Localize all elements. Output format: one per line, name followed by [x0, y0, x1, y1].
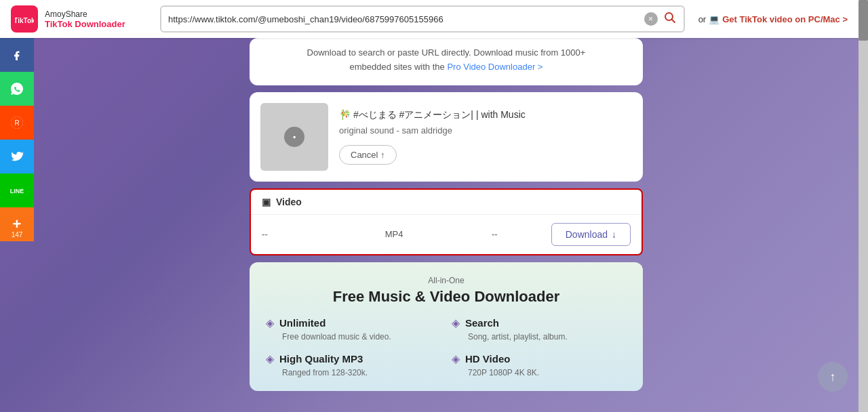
download-col-1: --	[262, 229, 350, 239]
feature-hd-video-desc: 720P 1080P 4K 8K.	[452, 368, 627, 377]
video-thumbnail	[260, 103, 328, 171]
header: TikTok AmoyShare TikTok Downloader https…	[0, 0, 859, 38]
promo-text-2: embedded sites with the	[350, 62, 445, 72]
pro-downloader-link[interactable]: Pro Video Downloader >	[447, 62, 542, 72]
feature-hq-mp3-title-row: ◈ High Quality MP3	[266, 352, 441, 365]
main-content: Download to search or paste URL directly…	[34, 38, 859, 412]
social-line-button[interactable]: LINE	[0, 173, 34, 207]
svg-line-3	[671, 19, 675, 22]
features-header: All-in-One Free Music & Video Downloader	[266, 276, 627, 306]
cancel-button[interactable]: Cancel ↑	[339, 145, 397, 165]
feature-hq-mp3-title: High Quality MP3	[279, 353, 363, 365]
download-section-title: Video	[276, 197, 302, 207]
app-name: AmoyShare	[45, 9, 125, 19]
feature-unlimited: ◈ Unlimited Free download music & video.	[266, 316, 441, 342]
social-whatsapp-button[interactable]	[0, 72, 34, 106]
download-row: -- MP4 -- Download ↓	[251, 215, 642, 254]
social-sidebar: R LINE + 147	[0, 38, 34, 241]
video-info-text: 🎋 #べじまる #アニメーション| | with Music original …	[339, 109, 632, 165]
feature-hq-mp3-desc: Ranged from 128-320k.	[266, 368, 441, 377]
feature-hd-video: ◈ HD Video 720P 1080P 4K 8K.	[452, 352, 627, 377]
feature-search-title-row: ◈ Search	[452, 316, 627, 329]
get-tiktok-link[interactable]: Get TikTok video on PC/Mac >	[722, 14, 848, 24]
svg-text:LINE: LINE	[10, 188, 24, 194]
feature-search-title: Search	[465, 317, 499, 329]
features-grid: ◈ Unlimited Free download music & video.…	[266, 316, 627, 377]
promo-text-1: Download to search or paste URL directly…	[307, 47, 586, 58]
feature-unlimited-title: Unlimited	[279, 317, 326, 329]
social-more-button[interactable]: + 147	[0, 207, 34, 241]
download-col-2: MP4	[350, 229, 438, 239]
scrollbar[interactable]	[859, 0, 868, 412]
social-twitter-button[interactable]	[0, 140, 34, 173]
svg-text:R: R	[14, 119, 19, 127]
video-type-icon: ▣	[262, 197, 271, 207]
search-clear-button[interactable]: ×	[644, 12, 658, 26]
social-facebook-button[interactable]	[0, 38, 34, 72]
logo-area: TikTok AmoyShare TikTok Downloader	[11, 5, 146, 33]
scrollbar-thumb[interactable]	[859, 0, 868, 41]
feature-hq-mp3: ◈ High Quality MP3 Ranged from 128-320k.	[266, 352, 441, 377]
get-tiktok-area: or 💻 Get TikTok video on PC/Mac >	[698, 14, 848, 24]
app-logo-icon: TikTok	[11, 5, 38, 33]
download-button[interactable]: Download ↓	[551, 223, 631, 246]
features-sub-header: All-in-One	[266, 276, 627, 285]
video-subtitle: original sound - sam aldridge	[339, 125, 632, 136]
feature-search-desc: Song, artist, playlist, album.	[452, 332, 627, 342]
feature-diamond-icon-3: ◈	[266, 352, 274, 365]
feature-diamond-icon-4: ◈	[452, 352, 460, 365]
feature-hd-video-title: HD Video	[465, 353, 510, 365]
promo-card: Download to search or paste URL directly…	[250, 38, 643, 85]
video-info-card: 🎋 #べじまる #アニメーション| | with Music original …	[250, 92, 643, 182]
logo-text: AmoyShare TikTok Downloader	[45, 9, 125, 29]
download-btn-label: Download	[566, 229, 608, 240]
download-options-card: ▣ Video -- MP4 -- Download ↓	[250, 188, 643, 255]
search-submit-button[interactable]	[663, 11, 677, 28]
social-more-count: 147	[12, 231, 23, 239]
tiktok-logo-svg: TikTok	[15, 9, 34, 28]
video-thumb-play-icon	[284, 127, 304, 147]
features-main-header: Free Music & Video Downloader	[266, 288, 627, 306]
feature-unlimited-desc: Free download music & video.	[266, 332, 441, 342]
feature-unlimited-title-row: ◈ Unlimited	[266, 316, 441, 329]
download-col-3: --	[438, 229, 551, 239]
search-bar: https://www.tiktok.com/@umeboshi_chan19/…	[160, 5, 685, 33]
scroll-to-top-button[interactable]: ↑	[818, 362, 848, 392]
download-card-header: ▣ Video	[251, 190, 642, 215]
app-subtitle: TikTok Downloader	[45, 19, 125, 29]
feature-search: ◈ Search Song, artist, playlist, album.	[452, 316, 627, 342]
download-btn-icon: ↓	[612, 229, 616, 240]
social-reddit-button[interactable]: R	[0, 106, 34, 140]
features-card: All-in-One Free Music & Video Downloader…	[250, 262, 643, 391]
svg-text:TikTok: TikTok	[15, 17, 34, 24]
get-tiktok-or: or	[698, 14, 707, 24]
feature-diamond-icon-2: ◈	[452, 316, 460, 329]
search-url-display: https://www.tiktok.com/@umeboshi_chan19/…	[168, 14, 639, 24]
feature-hd-video-title-row: ◈ HD Video	[452, 352, 627, 365]
video-title: 🎋 #べじまる #アニメーション| | with Music	[339, 109, 632, 121]
feature-diamond-icon-1: ◈	[266, 316, 274, 329]
